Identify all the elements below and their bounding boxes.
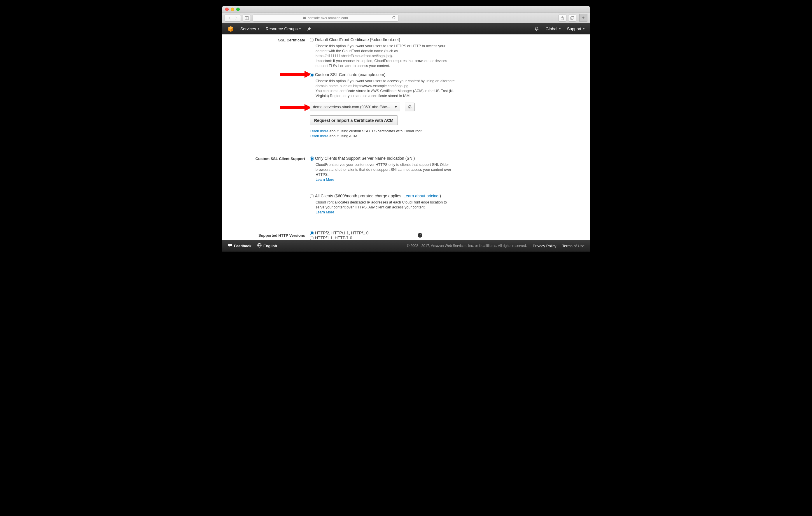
nav-support[interactable]: Support ▾ [567, 27, 584, 31]
window-zoom-button[interactable] [236, 7, 240, 11]
aws-footer: Feedback English © 2008 - 2017, Amazon W… [222, 240, 590, 251]
speech-bubble-icon [228, 243, 232, 248]
window-titlebar [222, 6, 590, 13]
label-http-versions: Supported HTTP Versions [222, 233, 310, 238]
radio-sni[interactable] [310, 156, 314, 161]
learn-more-ssl-link[interactable]: Learn more [310, 129, 328, 133]
refresh-certificates-button[interactable] [405, 102, 415, 111]
reload-icon[interactable] [392, 16, 396, 21]
footer-language[interactable]: English [257, 243, 277, 248]
radio-all-clients-option[interactable]: All Clients ($600/month prorated charge … [310, 193, 461, 198]
learn-more-ssl-tail: about using custom SSL/TLS certificates … [328, 129, 423, 133]
aws-top-nav: Services ▾ Resource Groups ▾ Global ▾ Su… [222, 23, 590, 34]
custom-cert-description: Choose this option if you want your user… [316, 79, 456, 98]
window-minimize-button[interactable] [231, 7, 234, 11]
default-cert-description: Choose this option if you want your user… [316, 44, 450, 68]
radio-all-clients-label: All Clients ($600/month prorated charge … [315, 193, 441, 198]
sni-description-text: CloudFront serves your content over HTTP… [316, 163, 451, 177]
caret-down-icon: ▾ [299, 27, 301, 30]
radio-http2[interactable] [310, 231, 314, 235]
radio-http11-option[interactable]: HTTP/1.1, HTTP/1.0 [310, 236, 461, 240]
svg-rect-0 [245, 16, 249, 20]
all-clients-description: CloudFront allocates dedicated IP addres… [316, 200, 456, 215]
chevron-down-icon: ▾ [395, 105, 397, 109]
radio-sni-option[interactable]: Only Clients that Support Server Name In… [310, 156, 461, 161]
forward-button[interactable]: 〉 [233, 14, 241, 22]
nav-resource-groups[interactable]: Resource Groups ▾ [266, 27, 301, 31]
label-ssl-client-support: Custom SSL Client Support [222, 156, 310, 161]
radio-all-clients[interactable] [310, 194, 314, 198]
lock-icon [303, 16, 306, 20]
footer-feedback-label: Feedback [234, 244, 252, 248]
nav-resource-groups-label: Resource Groups [266, 27, 298, 31]
nav-services-label: Services [240, 27, 256, 31]
caret-down-icon: ▾ [559, 27, 560, 30]
radio-sni-label: Only Clients that Support Server Name In… [315, 156, 415, 161]
nav-notifications-icon[interactable] [534, 27, 539, 31]
certificate-select-value: demo.serverless-stack.com (93691abe-f8be… [313, 105, 390, 109]
nav-pin-icon[interactable] [307, 27, 311, 31]
label-ssl-certificate: SSL Certificate [222, 37, 310, 42]
radio-http11[interactable] [310, 236, 314, 240]
caret-down-icon: ▾ [583, 27, 584, 30]
nav-region[interactable]: Global ▾ [545, 27, 560, 31]
learn-more-acm-link[interactable]: Learn more [310, 134, 328, 138]
footer-language-label: English [263, 244, 277, 248]
browser-toolbar: 〈 〉 console.aws.amazon.com + [222, 13, 590, 23]
request-import-acm-label: Request or Import a Certificate with ACM [314, 118, 394, 123]
certificate-select[interactable]: demo.serverless-stack.com (93691abe-f8be… [310, 102, 400, 111]
footer-privacy-link[interactable]: Privacy Policy [533, 244, 556, 248]
share-button[interactable] [558, 14, 567, 22]
footer-terms-link[interactable]: Terms of Use [562, 244, 584, 248]
footer-copyright: © 2008 - 2017, Amazon Web Services, Inc.… [407, 244, 527, 248]
cloudfront-settings-page: SSL Certificate Default CloudFront Certi… [222, 34, 590, 240]
svg-rect-6 [571, 16, 574, 19]
radio-custom-cert[interactable] [310, 73, 314, 77]
radio-http2-label: HTTP/2, HTTP/1.1, HTTP/1.0 [315, 231, 369, 235]
radio-default-cert-option[interactable]: Default CloudFront Certificate (*.cloudf… [310, 37, 461, 42]
svg-rect-2 [303, 17, 306, 19]
radio-default-cert[interactable] [310, 38, 314, 42]
svg-rect-5 [571, 17, 573, 19]
aws-logo-icon[interactable] [228, 26, 234, 32]
radio-custom-cert-label: Custom SSL Certificate (example.com): [315, 72, 386, 77]
address-bar[interactable]: console.aws.amazon.com [253, 14, 399, 22]
back-button[interactable]: 〈 [225, 14, 233, 22]
sni-description: CloudFront serves your content over HTTP… [316, 162, 456, 182]
all-clients-label-pre: All Clients ($600/month prorated charge … [315, 193, 404, 198]
footer-feedback[interactable]: Feedback [228, 243, 252, 248]
info-icon[interactable]: i [418, 233, 422, 238]
globe-icon [257, 243, 262, 248]
sni-learn-more-link[interactable]: Learn More [316, 178, 334, 182]
new-tab-button[interactable]: + [579, 14, 587, 22]
radio-custom-cert-option[interactable]: Custom SSL Certificate (example.com): [310, 72, 461, 77]
learn-pricing-link[interactable]: Learn about pricing [404, 193, 439, 198]
nav-support-label: Support [567, 27, 581, 31]
all-clients-description-text: CloudFront allocates dedicated IP addres… [316, 200, 447, 209]
url-host: console.aws.amazon.com [308, 16, 348, 20]
learn-more-block: Learn more about using custom SSL/TLS ce… [310, 129, 461, 139]
learn-more-acm-tail: about using ACM. [328, 134, 358, 138]
all-clients-label-post: .) [438, 193, 441, 198]
radio-default-cert-label: Default CloudFront Certificate (*.cloudf… [315, 37, 400, 42]
nav-region-label: Global [545, 27, 557, 31]
all-clients-learn-more-link[interactable]: Learn More [316, 210, 334, 214]
tabs-button[interactable] [568, 14, 576, 22]
request-import-acm-button[interactable]: Request or Import a Certificate with ACM [310, 116, 398, 125]
caret-down-icon: ▾ [258, 27, 259, 30]
nav-services[interactable]: Services ▾ [240, 27, 259, 31]
window-close-button[interactable] [225, 7, 229, 11]
radio-http11-label: HTTP/1.1, HTTP/1.0 [315, 236, 352, 240]
radio-http2-option[interactable]: HTTP/2, HTTP/1.1, HTTP/1.0 [310, 231, 461, 235]
sidebar-button[interactable] [243, 14, 251, 22]
